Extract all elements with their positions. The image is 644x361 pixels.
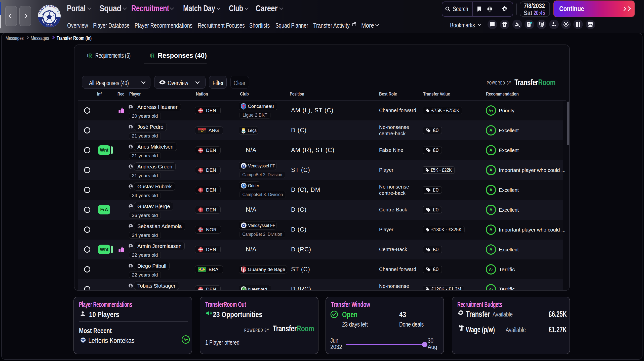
svg-text:2013: 2013 xyxy=(46,24,53,27)
